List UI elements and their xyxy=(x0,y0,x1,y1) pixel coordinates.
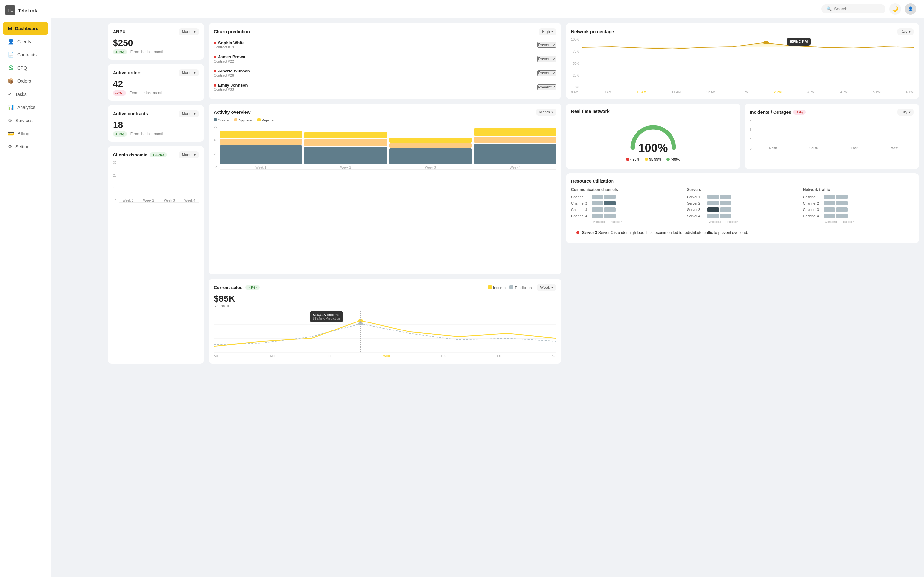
arpu-title: ARPU xyxy=(113,29,126,34)
churn-item-3: Emily Johnson Contract #33 Prevent ↗ xyxy=(214,80,556,94)
sales-legend: Income Prediction xyxy=(488,285,532,290)
sidebar-item-services[interactable]: ⚙ Services xyxy=(3,114,48,127)
sidebar-label-dashboard: Dashboard xyxy=(15,26,39,31)
contracts-icon: 📄 xyxy=(8,52,14,58)
cpq-icon: 💲 xyxy=(8,65,14,71)
gauge-container: 100% <95% 95-99% >99% xyxy=(571,116,735,164)
network-percentage-filter[interactable]: Day ▾ xyxy=(897,28,914,35)
real-time-network-card: Real time network 100% <95% xyxy=(566,103,740,169)
sidebar-item-billing[interactable]: 💳 Billing xyxy=(3,127,48,140)
orders-badge: -2%↓ xyxy=(113,90,126,95)
sv4-prediction-bar xyxy=(720,214,732,218)
legend-item-high: >99% xyxy=(666,157,680,161)
active-contracts-card: Active contracts Month ▾ 18 +5%↑ From th… xyxy=(108,105,204,142)
sidebar-label-contracts: Contracts xyxy=(17,52,37,57)
nc1-prediction-bar xyxy=(836,195,848,199)
incidents-label-west: West xyxy=(891,147,899,150)
main-content: ARPU Month ▾ $250 +3%↑ From the last mon… xyxy=(103,18,924,577)
ch2-prediction-bar xyxy=(604,201,615,205)
channels-title: Communication channels xyxy=(571,187,682,192)
resource-grid: Communication channels Channel 1 Channel… xyxy=(571,187,914,223)
contracts-badge: +5%↑ xyxy=(113,131,127,137)
net-channel-4-row: Channel 4 xyxy=(803,214,914,218)
sidebar-item-clients[interactable]: 👤 Clients xyxy=(3,35,48,48)
search-box[interactable]: 🔍 Search xyxy=(821,5,885,13)
incidents-label-south: South xyxy=(809,147,818,150)
search-placeholder: Search xyxy=(834,6,847,11)
sidebar-label-services: Services xyxy=(15,118,33,123)
sales-net: Net profit xyxy=(214,304,235,308)
sales-badge: +8%↑ xyxy=(246,285,260,290)
activity-bar-week2: Week 2 xyxy=(304,132,387,169)
prevent-btn-0[interactable]: Prevent ↗ xyxy=(537,42,556,48)
sales-filter[interactable]: Week ▾ xyxy=(537,284,556,291)
sidebar-item-dashboard[interactable]: ⊞ Dashboard xyxy=(3,22,48,35)
week2-label: Week 2 xyxy=(144,199,154,202)
prevent-btn-2[interactable]: Prevent ↗ xyxy=(537,70,556,76)
sales-chart-svg xyxy=(214,311,556,353)
alert-dot xyxy=(576,231,580,234)
servers-section: Servers Server 1 Server 2 xyxy=(687,187,798,223)
orders-filter[interactable]: Month ▾ xyxy=(179,69,199,76)
channel-3-row: Channel 3 xyxy=(571,207,682,212)
activity-bar-week1: Week 1 xyxy=(220,131,302,169)
sidebar-item-orders[interactable]: 📦 Orders xyxy=(3,75,48,87)
legend-dot-high xyxy=(666,158,670,161)
sales-x-labels: SunMonTueWedThuFriSat xyxy=(214,354,556,358)
arpu-value: $250 xyxy=(113,38,199,48)
nc4-prediction-bar xyxy=(836,214,848,218)
bar-week3: Week 3 xyxy=(160,196,178,202)
orders-icon: 📦 xyxy=(8,78,14,84)
sidebar-item-settings[interactable]: ⚙ Settings xyxy=(3,140,48,153)
incidents-filter[interactable]: Day ▾ xyxy=(897,109,914,116)
sidebar-label-cpq: CPQ xyxy=(17,65,27,71)
logo: TL TeleLink xyxy=(0,5,51,22)
prevent-btn-3[interactable]: Prevent ↗ xyxy=(537,84,556,90)
bar-week1: Week 1 xyxy=(119,196,137,202)
arpu-filter[interactable]: Month ▾ xyxy=(179,28,199,35)
sales-tooltip: $16,34K Income $19,59K Prediction xyxy=(310,311,343,322)
red-dot-2 xyxy=(214,70,216,73)
network-percentage-title: Network percentage xyxy=(571,29,614,34)
incidents-bar-east: East xyxy=(835,145,873,150)
sidebar-item-analytics[interactable]: 📊 Analytics xyxy=(3,101,48,113)
theme-toggle[interactable]: 🌙 xyxy=(889,3,901,15)
dashboard-icon: ⊞ xyxy=(8,25,12,31)
incidents-bar-south: South xyxy=(795,145,833,150)
avatar[interactable]: 👤 xyxy=(905,3,916,15)
sidebar: TL TeleLink ⊞ Dashboard 👤 Clients 📄 Cont… xyxy=(0,0,51,577)
incidents-title: Incidents / Outages xyxy=(750,110,791,115)
sidebar-item-contracts[interactable]: 📄 Contracts xyxy=(3,48,48,61)
orders-title: Active orders xyxy=(113,70,142,75)
sidebar-label-clients: Clients xyxy=(17,39,31,44)
settings-icon: ⚙ xyxy=(8,143,12,150)
clients-dynamic-filter[interactable]: Month ▾ xyxy=(179,151,199,158)
sidebar-label-billing: Billing xyxy=(17,131,29,136)
legend-dot-mid xyxy=(645,158,648,161)
clients-dynamic-title: Clients dynamic xyxy=(113,152,147,157)
sidebar-item-cpq[interactable]: 💲 CPQ xyxy=(3,61,48,74)
svg-point-6 xyxy=(763,41,769,44)
analytics-icon: 📊 xyxy=(8,104,14,110)
churn-list: Sophia White Contract #19 Prevent ↗ Jame… xyxy=(214,38,556,94)
sv1-prediction-bar xyxy=(720,195,732,199)
arpu-badge: +3%↑ xyxy=(113,49,127,55)
activity-legend: Created Approved Rejected xyxy=(214,118,556,122)
sidebar-item-tasks[interactable]: ✓ Tasks xyxy=(3,88,48,100)
contracts-filter[interactable]: Month ▾ xyxy=(179,110,199,117)
server-2-row: Server 2 xyxy=(687,201,798,205)
nc2-workload-bar xyxy=(824,201,835,205)
billing-icon: 💳 xyxy=(8,131,14,137)
churn-filter[interactable]: High ▾ xyxy=(539,28,556,35)
activity-filter[interactable]: Month ▾ xyxy=(536,109,556,116)
bar-week4: Week 4 xyxy=(181,196,199,202)
prevent-btn-1[interactable]: Prevent ↗ xyxy=(537,56,556,62)
orders-from: -2%↓ From the last month xyxy=(113,90,199,95)
contracts-from: +5%↑ From the last month xyxy=(113,131,199,137)
middle-column: Churn prediction High ▾ Sophia White Con… xyxy=(208,23,561,364)
incidents-label-east: East xyxy=(851,147,857,150)
sv2-prediction-bar xyxy=(720,201,732,205)
net-channel-2-row: Channel 2 xyxy=(803,201,914,205)
sales-chart: $16,34K Income $19,59K Prediction xyxy=(214,311,556,358)
sv3-prediction-bar xyxy=(720,207,732,212)
